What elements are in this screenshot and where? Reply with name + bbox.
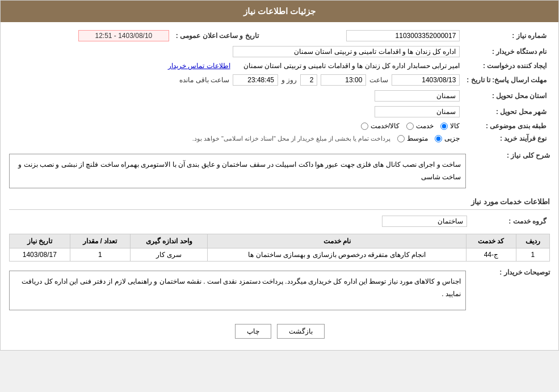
tabaqe-bandi-label: طبقه بندی موضوعی : bbox=[463, 120, 550, 132]
remaining-label: ساعت باقی مانده bbox=[179, 76, 229, 84]
tosihaat-box: اجناس و کالاهای مورد نیاز توسط این اداره… bbox=[9, 271, 466, 310]
saat-label: ساعت bbox=[369, 76, 388, 84]
radio-note-text: پرداخت تمام یا بخشی از مبلغ خریدار از مح… bbox=[192, 135, 391, 142]
ettelaat-tamas-link[interactable]: اطلاعات تماس خریدار bbox=[168, 62, 230, 70]
ostan-tahvil-cell: سمنان bbox=[9, 88, 463, 104]
radio-jozii-label: جزیی bbox=[444, 134, 460, 142]
tarikh-value: 1403/08/13 bbox=[392, 74, 460, 86]
shomara-niaz-label: شماره نیاز : bbox=[463, 28, 550, 44]
grohe-khadamat-cell: ساختمان bbox=[9, 213, 470, 229]
roz-label: روز و bbox=[281, 76, 297, 84]
col-kod-khadamat: کد خدمت bbox=[466, 234, 516, 248]
nam-dastgah-cell: اداره کل زندان ها و اقدامات تامینی و ترب… bbox=[9, 44, 463, 60]
ijad-konande-value: امیر ترابی حسابدار اداره کل زندان ها و ا… bbox=[243, 62, 460, 70]
ostan-tahvil-value: سمنان bbox=[375, 90, 460, 102]
radio-jozii-item: جزیی bbox=[435, 134, 460, 142]
roz-value: 2 bbox=[300, 74, 317, 86]
radio-khadamat-input[interactable] bbox=[406, 123, 414, 130]
tarikh-saat-value: 1403/08/10 - 12:51 bbox=[78, 30, 169, 41]
ijad-konande-cell: امیر ترابی حسابدار اداره کل زندان ها و ا… bbox=[9, 60, 463, 72]
back-button[interactable]: بازگشت bbox=[277, 324, 325, 339]
col-tarikh-niaz: تاریخ نیاز bbox=[10, 234, 70, 248]
print-button[interactable]: چاپ bbox=[235, 324, 271, 339]
remaining-value: 23:48:45 bbox=[233, 74, 278, 86]
sharh-koli-box: ساخت و اجرای نصب کانال های فلزی جهت عبور… bbox=[9, 154, 466, 188]
ettelaat-khadamat-title: اطلاعات خدمات مورد نیاز bbox=[9, 197, 550, 206]
nam-dastgah-value: اداره کل زندان ها و اقدامات تامینی و ترب… bbox=[233, 46, 460, 57]
radio-khadamat-label: خدمت bbox=[416, 122, 434, 130]
services-table: ردیف کد خدمت نام خدمت واحد اندازه گیری ت… bbox=[9, 234, 550, 262]
ijad-konande-label: ایجاد کننده درخواست : bbox=[463, 60, 550, 72]
buttons-row: بازگشت چاپ bbox=[9, 318, 550, 344]
radio-kala-khadamat-item: کالا/خدمت bbox=[361, 122, 400, 130]
sharh-koli-value: ساخت و اجرای نصب کانال های فلزی جهت عبور… bbox=[18, 161, 461, 181]
radio-motavasset-item: متوسط bbox=[397, 134, 428, 142]
ostan-tahvil-label: استان محل تحویل : bbox=[463, 88, 550, 104]
shahr-tahvil-value: سمنان bbox=[375, 106, 460, 117]
col-radif: ردیف bbox=[516, 234, 549, 248]
radio-jozii-input[interactable] bbox=[435, 135, 442, 142]
radio-kala-item: کالا bbox=[440, 122, 460, 130]
col-vahed-andazegiri: واحد اندازه گیری bbox=[131, 234, 208, 248]
nam-dastgah-label: نام دستگاه خریدار : bbox=[463, 44, 550, 60]
tosihaat-label: توصیحات خریدار : bbox=[470, 266, 550, 276]
radio-kala-input[interactable] bbox=[440, 123, 448, 130]
tosihaat-value: اجناس و کالاهای مورد نیاز توسط این اداره… bbox=[22, 277, 461, 298]
shomara-niaz-value: 1103003352000017 bbox=[346, 30, 460, 41]
table-row: 1ج-44انجام کارهای متفرقه درخصوص بازسازی … bbox=[10, 248, 550, 262]
radio-motavasset-label: متوسط bbox=[407, 134, 428, 142]
saat-value: 13:00 bbox=[321, 74, 366, 86]
grohe-khadamat-table: گروه خدمت : ساختمان bbox=[9, 213, 550, 229]
shomara-niaz-cell: 1103003352000017 bbox=[262, 28, 464, 44]
shahr-tahvil-cell: سمنان bbox=[9, 104, 463, 120]
header-title: جزئیات اطلاعات نیاز bbox=[243, 6, 316, 16]
sharh-koli-row: شرح کلی نیاز : ساخت و اجرای نصب کانال ها… bbox=[9, 149, 550, 193]
tabaqe-bandi-cell: کالا/خدمت خدمت کالا bbox=[9, 120, 463, 132]
tarikh-saat-cell: 1403/08/10 - 12:51 bbox=[9, 28, 173, 44]
radio-khadamat-item: خدمت bbox=[406, 122, 434, 130]
page-header: جزئیات اطلاعات نیاز bbox=[1, 1, 558, 22]
sharh-koli-label: شرح کلی نیاز : bbox=[470, 149, 550, 159]
grohe-khadamat-label: گروه خدمت : bbox=[470, 213, 550, 229]
col-tedad-megdar: تعداد / مقدار bbox=[70, 234, 130, 248]
radio-kala-label: کالا bbox=[450, 122, 460, 130]
shahr-tahvil-label: شهر محل تحویل : bbox=[463, 104, 550, 120]
radio-kala-khadamat-label: کالا/خدمت bbox=[371, 122, 400, 130]
info-table: شماره نیاز : 1103003352000017 تاریخ و سا… bbox=[9, 28, 550, 145]
mohlat-ersal-label: مهلت ارسال پاسخ: تا تاریخ : bbox=[463, 72, 550, 88]
mohlat-ersal-cell: 1403/08/13 ساعت 13:00 2 روز و 23:48:45 س… bbox=[9, 72, 463, 88]
grohe-khadamat-value: ساختمان bbox=[382, 216, 467, 227]
tosihaat-row: توصیحات خریدار : اجناس و کالاهای مورد نی… bbox=[9, 266, 550, 315]
radio-motavasset-input[interactable] bbox=[397, 135, 405, 142]
col-nam-khadamat: نام خدمت bbox=[208, 234, 466, 248]
nooe-farayand-cell: پرداخت تمام یا بخشی از مبلغ خریدار از مح… bbox=[9, 132, 463, 145]
nooe-farayand-label: نوع فرآیند خرید : bbox=[463, 132, 550, 145]
tarikh-saat-label: تاریخ و ساعت اعلان عمومی : bbox=[173, 28, 262, 44]
radio-kala-khadamat-input[interactable] bbox=[361, 123, 368, 130]
